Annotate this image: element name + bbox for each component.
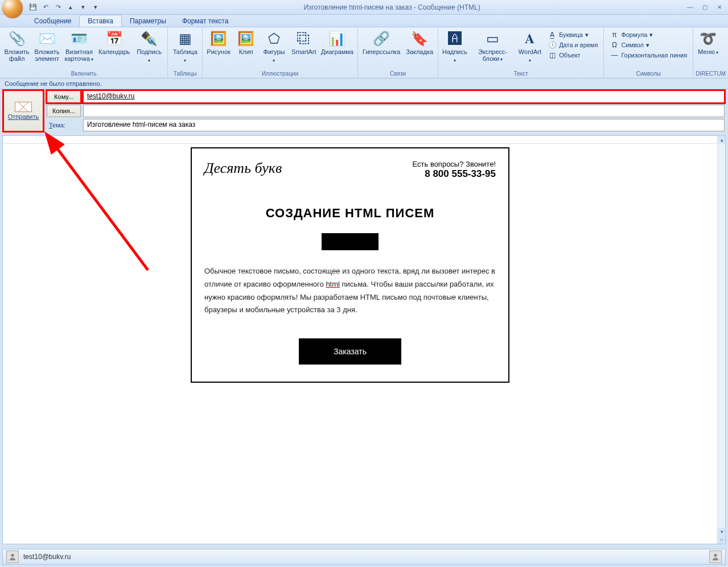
ribbon-group-text: 🅰 Надпись ▭ Экспресс-блоки 𝐀 WordArt A̲Б… bbox=[438, 27, 604, 78]
picture-button[interactable]: 🖼️ Рисунок bbox=[205, 28, 232, 69]
quickparts-button[interactable]: ▭ Экспресс-блоки bbox=[470, 28, 516, 69]
svg-point-2 bbox=[11, 554, 14, 557]
smartart-icon: ⿻ bbox=[295, 30, 313, 48]
not-sent-notice: Сообщение не было отправлено. bbox=[0, 78, 728, 89]
titlebar: 💾 ↶ ↷ ▴ ▾ ▾ Изготовление html-писем на з… bbox=[0, 0, 728, 15]
to-field[interactable]: test10@bukv.ru bbox=[83, 90, 725, 103]
ribbon-group-tables: ▦ Таблица Таблицы bbox=[168, 27, 203, 78]
hrule-icon: — bbox=[610, 51, 619, 60]
ribbon-group-include: 📎 Вложить файл ✉️ Вложить элемент 🪪 Визи… bbox=[0, 27, 168, 78]
formula-button[interactable]: πФормула ▾ bbox=[607, 30, 689, 40]
attach-item-button[interactable]: ✉️ Вложить элемент bbox=[32, 28, 61, 69]
group-label-illustrations: Иллюстрации bbox=[205, 69, 355, 78]
tab-message[interactable]: Сообщение bbox=[26, 15, 79, 27]
calendar-icon: 📅 bbox=[105, 30, 124, 48]
undo-icon[interactable]: ↶ bbox=[41, 3, 50, 12]
group-label-text: Текст bbox=[441, 69, 601, 78]
ribbon-tabs: Сообщение Вставка Параметры Формат текст… bbox=[0, 15, 728, 27]
hrule-button[interactable]: —Горизонтальная линия bbox=[607, 50, 689, 60]
directum-menu-button[interactable]: ➰ Меню bbox=[696, 28, 721, 69]
group-label-directum: DIRECTUM bbox=[696, 69, 726, 78]
next-icon[interactable]: ▾ bbox=[79, 3, 88, 12]
qat-more-icon[interactable]: ▾ bbox=[91, 3, 100, 12]
envelope-icon: ✉️ bbox=[38, 30, 56, 48]
textbox-button[interactable]: 🅰 Надпись bbox=[441, 28, 469, 69]
business-card-button[interactable]: 🪪 Визитная карточка bbox=[63, 28, 96, 69]
ribbon-group-directum: ➰ Меню DIRECTUM bbox=[693, 27, 728, 78]
tab-format[interactable]: Формат текста bbox=[174, 15, 236, 27]
chart-icon: 📊 bbox=[328, 30, 346, 48]
wordart-button[interactable]: 𝐀 WordArt bbox=[517, 28, 543, 69]
bookmark-icon: 🔖 bbox=[410, 30, 429, 48]
group-label-links: Связи bbox=[360, 69, 435, 78]
clip-button[interactable]: 🖼️ Клип bbox=[233, 28, 258, 69]
tab-options[interactable]: Параметры bbox=[122, 15, 174, 27]
ribbon-group-illustrations: 🖼️ Рисунок 🖼️ Клип ⬠ Фигуры ⿻ SmartArt 📊… bbox=[203, 27, 358, 78]
email-heading: СОЗДАНИЕ HTML ПИСЕМ bbox=[204, 206, 496, 221]
symbol-button[interactable]: ΩСимвол ▾ bbox=[607, 40, 689, 50]
picture-icon: 🖼️ bbox=[209, 30, 228, 48]
signature-button[interactable]: ✒️ Подпись bbox=[133, 28, 166, 69]
dropcap-button[interactable]: A̲Буквица ▾ bbox=[545, 30, 600, 40]
cc-button[interactable]: Копия... bbox=[47, 105, 81, 117]
send-envelope-icon bbox=[15, 102, 32, 112]
scroll-down-icon[interactable]: ▾ bbox=[718, 528, 726, 536]
ribbon-group-links: 🔗 Гиперссылка 🔖 Закладка Связи bbox=[358, 27, 438, 78]
symbol-icon: Ω bbox=[610, 40, 619, 49]
office-button[interactable] bbox=[2, 0, 23, 18]
tab-insert[interactable]: Вставка bbox=[79, 15, 122, 27]
hyperlink-icon: 🔗 bbox=[372, 30, 390, 48]
avatar-icon-right[interactable] bbox=[709, 551, 722, 563]
wordart-icon: 𝐀 bbox=[521, 30, 539, 48]
prev-icon[interactable]: ▴ bbox=[66, 3, 75, 12]
cc-field[interactable] bbox=[83, 105, 725, 117]
paperclip-icon: 📎 bbox=[8, 30, 26, 48]
group-label-tables: Таблицы bbox=[170, 69, 200, 78]
quickparts-icon: ▭ bbox=[484, 30, 502, 48]
subject-field[interactable]: Изготовление html-писем на заказ bbox=[83, 119, 725, 131]
table-button[interactable]: ▦ Таблица bbox=[170, 28, 200, 69]
window-title: Изготовление html-писем на заказ - Сообщ… bbox=[100, 3, 684, 11]
shapes-icon: ⬠ bbox=[265, 30, 283, 48]
save-icon[interactable]: 💾 bbox=[28, 3, 38, 12]
vertical-scrollbar[interactable]: ▴ ▾ ○ bbox=[717, 136, 725, 544]
email-brand: Десять букв bbox=[204, 160, 282, 177]
email-body-text: Обычное текстовое письмо, состоящее из о… bbox=[204, 265, 496, 317]
redo-icon[interactable]: ↷ bbox=[54, 3, 63, 12]
email-cta-button[interactable]: Заказать bbox=[299, 338, 401, 365]
table-icon: ▦ bbox=[176, 30, 194, 48]
browse-object-icon[interactable]: ○ bbox=[718, 536, 726, 544]
object-button[interactable]: ◫Объект bbox=[545, 50, 600, 60]
svg-point-3 bbox=[714, 554, 717, 557]
datetime-button[interactable]: 🕓Дата и время bbox=[545, 40, 600, 50]
subject-label: Тема: bbox=[47, 122, 81, 129]
scroll-up-icon[interactable]: ▴ bbox=[718, 136, 726, 144]
signature-icon: ✒️ bbox=[140, 30, 158, 48]
email-contact-line: Есть вопросы? Звоните! bbox=[413, 160, 496, 168]
status-email: test10@bukv.ru bbox=[23, 553, 71, 561]
bookmark-button[interactable]: 🔖 Закладка bbox=[404, 28, 435, 69]
message-body-editor[interactable]: ▴ ▾ ○ Десять букв Есть вопросы? Звоните!… bbox=[2, 135, 726, 544]
shapes-button[interactable]: ⬠ Фигуры bbox=[260, 28, 289, 69]
avatar-icon[interactable] bbox=[6, 551, 19, 563]
hyperlink-button[interactable]: 🔗 Гиперссылка bbox=[360, 28, 402, 69]
close-button[interactable]: ✕ bbox=[713, 3, 726, 11]
group-label-symbols: Символы bbox=[606, 69, 690, 78]
to-button[interactable]: Кому... bbox=[47, 90, 81, 103]
ribbon: 📎 Вложить файл ✉️ Вложить элемент 🪪 Визи… bbox=[0, 27, 728, 78]
object-icon: ◫ bbox=[548, 51, 557, 60]
dropcap-icon: A̲ bbox=[548, 30, 557, 39]
vcard-icon: 🪪 bbox=[70, 30, 88, 48]
attach-file-button[interactable]: 📎 Вложить файл bbox=[2, 28, 31, 69]
smartart-button[interactable]: ⿻ SmartArt bbox=[290, 28, 318, 69]
clipart-icon: 🖼️ bbox=[237, 30, 255, 48]
calendar-button[interactable]: 📅 Календарь bbox=[97, 28, 132, 69]
chart-button[interactable]: 📊 Диаграмма bbox=[319, 28, 355, 69]
maximize-button[interactable]: ▢ bbox=[698, 3, 711, 11]
quick-access-toolbar: 💾 ↶ ↷ ▴ ▾ ▾ bbox=[28, 3, 100, 12]
minimize-button[interactable]: — bbox=[684, 3, 696, 11]
datetime-icon: 🕓 bbox=[548, 40, 557, 49]
send-button[interactable]: Отправить bbox=[3, 90, 43, 131]
textbox-icon: 🅰 bbox=[446, 30, 464, 48]
email-image-placeholder bbox=[322, 233, 379, 250]
